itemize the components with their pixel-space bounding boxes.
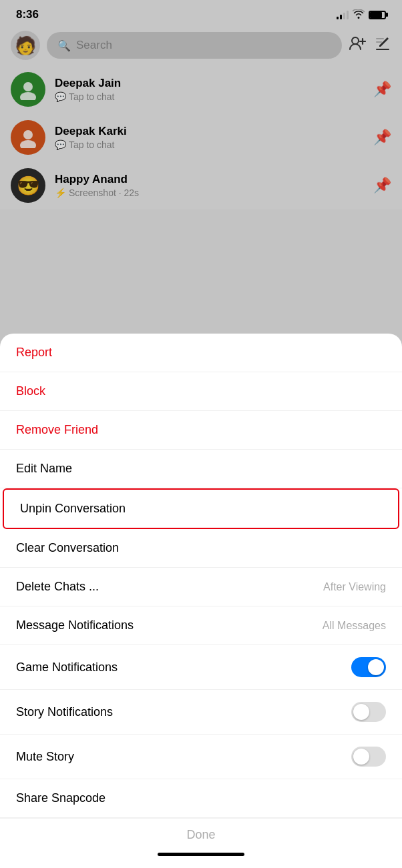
menu-item-mute-story[interactable]: Mute Story <box>0 735 402 779</box>
menu-item-unpin-conversation[interactable]: Unpin Conversation <box>3 488 399 529</box>
home-bar <box>158 853 244 856</box>
story-notifications-toggle[interactable] <box>351 702 386 722</box>
menu-label-edit-name: Edit Name <box>16 462 72 476</box>
menu-label-unpin-conversation: Unpin Conversation <box>20 502 126 516</box>
menu-item-remove-friend[interactable]: Remove Friend <box>0 411 402 450</box>
menu-label-story-notifications: Story Notifications <box>16 705 113 719</box>
menu-label-message-notifications: Message Notifications <box>16 618 134 632</box>
menu-sublabel-message-notifications: All Messages <box>323 620 386 632</box>
toggle-knob <box>353 749 369 765</box>
menu-label-game-notifications: Game Notifications <box>16 661 118 675</box>
menu-label-mute-story: Mute Story <box>16 750 74 764</box>
mute-story-toggle[interactable] <box>351 747 386 767</box>
done-area: Done <box>0 818 402 846</box>
menu-label-share-snapcode: Share Snapcode <box>16 791 106 805</box>
toggle-knob <box>368 659 384 675</box>
menu-item-block[interactable]: Block <box>0 372 402 411</box>
bottom-sheet: Report Block Remove Friend Edit Name Unp… <box>0 334 402 868</box>
menu-sublabel-delete-chats: After Viewing <box>323 581 386 593</box>
menu-item-game-notifications[interactable]: Game Notifications <box>0 645 402 690</box>
menu-item-story-notifications[interactable]: Story Notifications <box>0 690 402 735</box>
menu-label-report: Report <box>16 346 52 360</box>
menu-item-clear-conversation[interactable]: Clear Conversation <box>0 529 402 568</box>
menu-item-report[interactable]: Report <box>0 334 402 372</box>
menu-item-delete-chats[interactable]: Delete Chats ... After Viewing <box>0 568 402 606</box>
menu-item-message-notifications[interactable]: Message Notifications All Messages <box>0 606 402 645</box>
menu-item-share-snapcode[interactable]: Share Snapcode <box>0 779 402 818</box>
menu-label-block: Block <box>16 384 45 398</box>
menu-item-edit-name[interactable]: Edit Name <box>0 450 402 488</box>
menu-label-remove-friend: Remove Friend <box>16 423 98 437</box>
done-button[interactable]: Done <box>186 828 215 841</box>
menu-label-delete-chats: Delete Chats ... <box>16 580 99 594</box>
menu-label-clear-conversation: Clear Conversation <box>16 541 119 555</box>
game-notifications-toggle[interactable] <box>351 657 386 677</box>
toggle-knob <box>353 704 369 720</box>
